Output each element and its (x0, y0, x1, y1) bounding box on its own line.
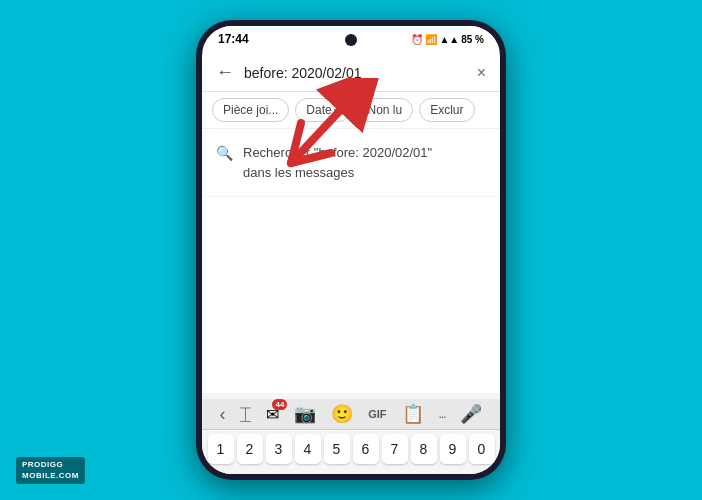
phone-screen: 17:44 ⏰ 📶 ▲▲ 85 % ← before: 2020/02/01 ×… (202, 26, 500, 474)
alarm-icon: ⏰ (411, 34, 423, 45)
suggestion-text: Rechercher "before: 2020/02/01" dans les… (243, 143, 432, 182)
key-6[interactable]: 6 (353, 434, 379, 464)
wifi-icon: ▲▲ (439, 34, 459, 45)
keyboard-toolbar: ‹ ⌶ ✉ 44 📷 🙂 GIF 📋 ... 🎤 (202, 399, 500, 430)
phone-frame: 17:44 ⏰ 📶 ▲▲ 85 % ← before: 2020/02/01 ×… (196, 20, 506, 480)
suggestion-line2: dans les messages (243, 165, 354, 180)
suggestion-line1: Rechercher "before: 2020/02/01" (243, 145, 432, 160)
search-suggestion-row[interactable]: 🔍 Rechercher "before: 2020/02/01" dans l… (202, 129, 500, 197)
badge-count: 44 (272, 399, 287, 410)
emoji-icon[interactable]: 🙂 (331, 403, 353, 425)
more-icon[interactable]: ... (438, 407, 445, 421)
chip-date[interactable]: Date (295, 98, 350, 122)
watermark: PRODIGG MOBILE.COM (16, 457, 85, 484)
status-time: 17:44 (218, 32, 249, 46)
mic-icon[interactable]: 🎤 (460, 403, 482, 425)
watermark-line2: MOBILE.COM (22, 471, 79, 481)
signal-icon: 📶 (425, 34, 437, 45)
keyboard-number-rows: 1 2 3 4 5 6 7 8 9 0 (202, 430, 500, 470)
filter-chips-bar: Pièce joi... Date Non lu Exclur (202, 92, 500, 129)
content-area (202, 197, 500, 393)
key-5[interactable]: 5 (324, 434, 350, 464)
key-3[interactable]: 3 (266, 434, 292, 464)
video-icon[interactable]: 📷 (294, 403, 316, 425)
chip-attachment[interactable]: Pièce joi... (212, 98, 289, 122)
key-2[interactable]: 2 (237, 434, 263, 464)
search-bar: ← before: 2020/02/01 × (202, 54, 500, 92)
search-suggestion-icon: 🔍 (216, 145, 233, 161)
cursor-icon[interactable]: ⌶ (240, 404, 251, 425)
status-icons: ⏰ 📶 ▲▲ 85 % (411, 34, 484, 45)
battery-icon: 85 % (461, 34, 484, 45)
search-query-text[interactable]: before: 2020/02/01 (244, 65, 467, 81)
gif-button[interactable]: GIF (368, 408, 386, 420)
email-badge-button[interactable]: ✉ 44 (266, 405, 279, 424)
chip-unread[interactable]: Non lu (357, 98, 414, 122)
clipboard-icon[interactable]: 📋 (402, 403, 424, 425)
number-key-row: 1 2 3 4 5 6 7 8 9 0 (206, 434, 496, 464)
key-7[interactable]: 7 (382, 434, 408, 464)
key-4[interactable]: 4 (295, 434, 321, 464)
close-button[interactable]: × (477, 64, 486, 82)
key-9[interactable]: 9 (440, 434, 466, 464)
keyboard-area: ‹ ⌶ ✉ 44 📷 🙂 GIF 📋 ... 🎤 1 2 3 4 (202, 393, 500, 474)
key-0[interactable]: 0 (469, 434, 495, 464)
key-1[interactable]: 1 (208, 434, 234, 464)
back-arrow-icon[interactable]: ‹ (219, 404, 225, 425)
watermark-line1: PRODIGG (22, 460, 79, 470)
camera-notch (345, 34, 357, 46)
back-button[interactable]: ← (216, 62, 234, 83)
chip-exclude[interactable]: Exclur (419, 98, 474, 122)
key-8[interactable]: 8 (411, 434, 437, 464)
